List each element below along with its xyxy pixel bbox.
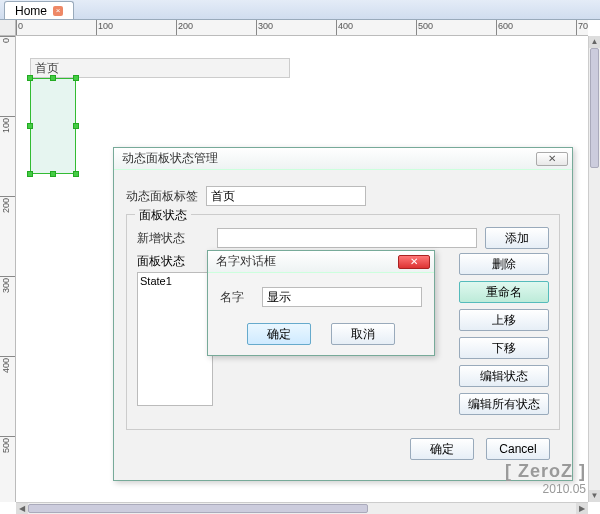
resize-handle[interactable] <box>73 171 79 177</box>
arrow-down-icon[interactable]: ▼ <box>589 490 600 502</box>
scroll-thumb[interactable] <box>28 504 368 513</box>
tab-home[interactable]: Home × <box>4 1 74 19</box>
watermark-date: 2010.05 <box>505 482 586 496</box>
dialog-title: 名字对话框 <box>216 253 276 270</box>
arrow-up-icon[interactable]: ▲ <box>589 36 600 48</box>
label-new-state: 新增状态 <box>137 230 209 247</box>
edit-state-button[interactable]: 编辑状态 <box>459 365 549 387</box>
close-icon[interactable]: × <box>53 6 63 16</box>
new-state-input[interactable] <box>217 228 477 248</box>
arrow-right-icon[interactable]: ▶ <box>576 503 588 514</box>
panel-header-bar: 首页 <box>30 58 290 78</box>
state-listbox[interactable]: State1 <box>137 272 213 406</box>
dynamic-panel-selected[interactable] <box>30 78 76 174</box>
dialog-name: 名字对话框 ✕ 名字 确定 取消 <box>207 250 435 356</box>
resize-handle[interactable] <box>27 75 33 81</box>
resize-handle[interactable] <box>73 123 79 129</box>
watermark: [ ZeroZ ] 2010.05 <box>505 461 586 496</box>
cancel-button[interactable]: 取消 <box>331 323 395 345</box>
scroll-thumb[interactable] <box>590 48 599 168</box>
ruler-vertical: 0100200300400500 <box>0 36 16 502</box>
scrollbar-horizontal[interactable]: ◀ ▶ <box>16 502 588 514</box>
close-icon[interactable]: ✕ <box>536 152 568 166</box>
group-legend: 面板状态 <box>135 207 191 224</box>
label-panel-tag: 动态面板标签 <box>126 188 198 205</box>
titlebar[interactable]: 名字对话框 ✕ <box>208 251 434 273</box>
dynamic-panel-header-strip: 首页 <box>30 58 290 78</box>
add-button[interactable]: 添加 <box>485 227 549 249</box>
edit-all-states-button[interactable]: 编辑所有状态 <box>459 393 549 415</box>
tab-label: Home <box>15 4 47 18</box>
resize-handle[interactable] <box>50 171 56 177</box>
editor-main: 0100200300400500600700 0100200300400500 … <box>0 20 600 514</box>
resize-handle[interactable] <box>73 75 79 81</box>
ruler-horizontal: 0100200300400500600700 <box>16 20 588 36</box>
titlebar[interactable]: 动态面板状态管理 ✕ <box>114 148 572 170</box>
dialog-title: 动态面板状态管理 <box>122 150 218 167</box>
resize-handle[interactable] <box>27 123 33 129</box>
ruler-corner <box>0 20 16 36</box>
ok-button[interactable]: 确定 <box>410 438 474 460</box>
label-name: 名字 <box>220 289 254 306</box>
move-down-button[interactable]: 下移 <box>459 337 549 359</box>
panel-tag-input[interactable] <box>206 186 366 206</box>
name-input[interactable] <box>262 287 422 307</box>
resize-handle[interactable] <box>50 75 56 81</box>
arrow-left-icon[interactable]: ◀ <box>16 503 28 514</box>
move-up-button[interactable]: 上移 <box>459 309 549 331</box>
label-state-list: 面板状态 <box>137 253 213 270</box>
close-icon[interactable]: ✕ <box>398 255 430 269</box>
delete-button[interactable]: 删除 <box>459 253 549 275</box>
resize-handle[interactable] <box>27 171 33 177</box>
ok-button[interactable]: 确定 <box>247 323 311 345</box>
cancel-button[interactable]: Cancel <box>486 438 550 460</box>
list-item[interactable]: State1 <box>140 275 210 287</box>
rename-button[interactable]: 重命名 <box>459 281 549 303</box>
panel-label: 首页 <box>35 60 59 77</box>
tab-bar: Home × <box>0 0 600 20</box>
watermark-text: [ ZeroZ ] <box>505 461 586 482</box>
scrollbar-vertical[interactable]: ▲ ▼ <box>588 36 600 502</box>
